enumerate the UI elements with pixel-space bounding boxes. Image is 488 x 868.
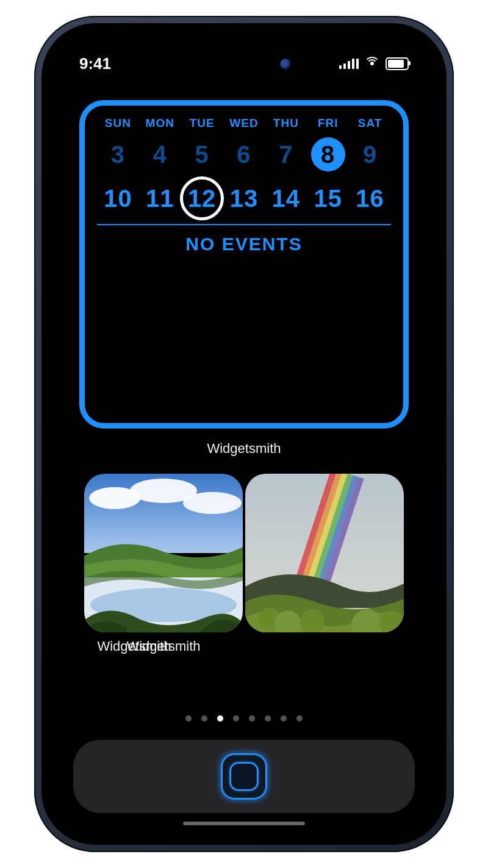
calendar-widget[interactable]: SUN MON TUE WED THU FRI SAT 3 4 5 6 7: [79, 100, 409, 429]
rainbow-photo-icon: [245, 474, 404, 632]
divider: [97, 224, 391, 225]
home-indicator[interactable]: [183, 822, 305, 825]
screen: 9:41 SUN MON TUE WED: [55, 37, 433, 831]
day-header: MON: [139, 117, 181, 130]
status-bar: 9:41: [55, 51, 433, 76]
page-indicator[interactable]: [55, 715, 433, 722]
page-dot[interactable]: [233, 715, 239, 722]
date-cell-today[interactable]: 12: [181, 179, 223, 218]
date-cell[interactable]: 11: [139, 179, 181, 218]
battery-icon: [386, 57, 409, 70]
page-dot[interactable]: [296, 715, 303, 722]
date-cell[interactable]: 7: [265, 135, 307, 174]
photo-widget-landscape[interactable]: [84, 474, 243, 632]
page-dot[interactable]: [265, 715, 271, 722]
day-header: THU: [265, 117, 307, 130]
cellular-signal-icon: [339, 58, 359, 69]
dock-app-icon[interactable]: [221, 753, 267, 800]
page-dot[interactable]: [201, 715, 207, 722]
date-cell-highlight[interactable]: 8: [307, 135, 349, 174]
date-cell[interactable]: 5: [181, 135, 223, 174]
dock: [73, 740, 415, 813]
date-cell[interactable]: 10: [97, 179, 139, 218]
day-header: WED: [223, 117, 265, 130]
svg-point-3: [183, 492, 242, 514]
day-header: FRI: [307, 117, 349, 130]
events-label: NO EVENTS: [97, 234, 391, 255]
wifi-icon: [365, 58, 379, 69]
day-header: SAT: [349, 117, 391, 130]
day-header: SUN: [97, 117, 139, 130]
page-dot[interactable]: [249, 715, 255, 722]
day-header: TUE: [181, 117, 223, 130]
phone-frame: 9:41 SUN MON TUE WED: [34, 16, 454, 852]
photo-widget-rainbow[interactable]: [245, 474, 404, 632]
date-cell[interactable]: 14: [265, 179, 307, 218]
page-dot[interactable]: [185, 715, 192, 722]
date-cell[interactable]: 15: [307, 179, 349, 218]
landscape-photo-icon: [84, 474, 243, 632]
date-cell[interactable]: 9: [349, 135, 391, 174]
page-dot-active[interactable]: [217, 715, 223, 722]
widget-label: Widgetsmith: [55, 441, 433, 457]
date-cell[interactable]: 13: [223, 179, 265, 218]
page-dot[interactable]: [281, 715, 287, 722]
date-cell[interactable]: 6: [223, 135, 265, 174]
date-cell[interactable]: 4: [139, 135, 181, 174]
date-cell[interactable]: 16: [349, 179, 391, 218]
date-cell[interactable]: 3: [97, 135, 139, 174]
widget-label: Widgetsmith: [55, 638, 214, 654]
app-glyph-icon: [231, 764, 257, 789]
status-time: 9:41: [79, 54, 111, 73]
